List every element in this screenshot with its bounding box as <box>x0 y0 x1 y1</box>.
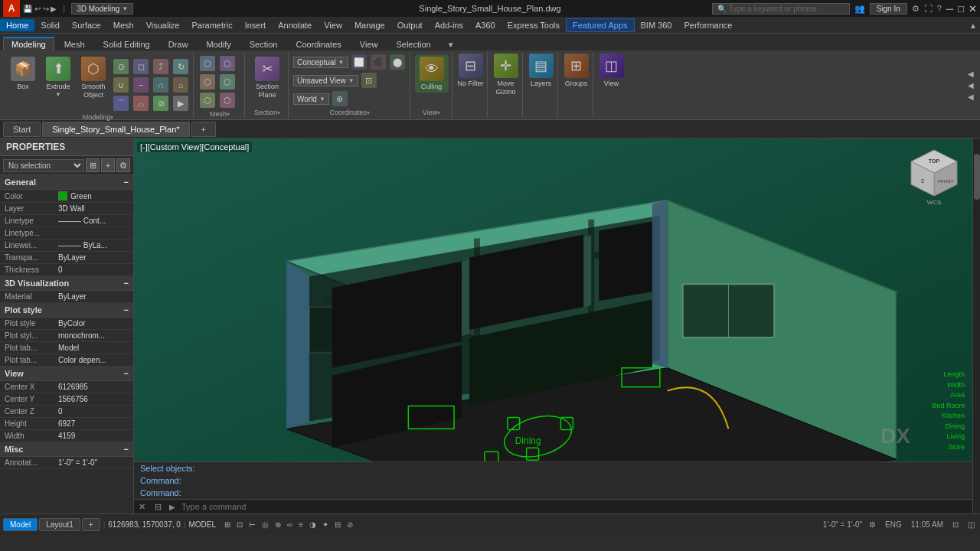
extrude-button[interactable]: ⬆ Extrude ▼ <box>41 55 75 99</box>
menu-express[interactable]: Express Tools <box>501 19 566 31</box>
add-to-select-btn[interactable]: + <box>101 158 115 172</box>
mesh-btn3[interactable]: ⬡ <box>198 73 217 90</box>
command-input[interactable] <box>178 500 972 514</box>
menu-solid[interactable]: Solid <box>34 19 65 31</box>
menu-mesh[interactable]: Mesh <box>107 19 140 31</box>
menu-home[interactable]: Home <box>0 19 34 31</box>
fillet-edge-btn[interactable]: ⌒ <box>112 95 130 112</box>
search-bar[interactable]: 🔍 Type a keyword or phrase <box>712 3 850 15</box>
solid-history-btn[interactable]: ⌂ <box>172 77 190 93</box>
scrollbar-thumb[interactable] <box>974 154 980 200</box>
smooth-object-button[interactable]: ⬡ SmoothObject <box>77 55 110 101</box>
grid-btn[interactable]: ⊞ <box>222 520 233 530</box>
tab-start[interactable]: Start <box>3 122 41 137</box>
presspull-btn[interactable]: ⊙ <box>112 58 130 75</box>
3d-viz-section-header[interactable]: 3D Visualization − <box>0 276 133 291</box>
sel-btn[interactable]: ✦ <box>320 520 331 530</box>
intersect-btn[interactable]: ∩ <box>152 77 170 93</box>
menu-featured-apps[interactable]: Featured Apps <box>566 18 635 32</box>
coordinates-group-expand[interactable]: ▾ <box>367 109 370 116</box>
view-icon1[interactable]: ⊡ <box>360 72 378 89</box>
world-dropdown[interactable]: World ▼ <box>293 93 329 105</box>
units-btn[interactable]: ENG <box>883 520 904 530</box>
union-btn[interactable]: ∪ <box>112 77 130 93</box>
snap-btn[interactable]: ⊡ <box>234 520 245 530</box>
lwt-btn[interactable]: ≡ <box>296 520 305 530</box>
visual-style-dropdown[interactable]: Conceptual ▼ <box>293 57 348 68</box>
ribbon-tab-solid-editing[interactable]: Solid Editing <box>95 37 158 51</box>
tab-add[interactable]: + <box>191 122 216 137</box>
notification-btn[interactable]: ⊡ <box>950 520 961 530</box>
ribbon-tab-section[interactable]: Section <box>241 37 286 51</box>
menu-parametric[interactable]: Parametric <box>185 19 238 31</box>
menu-view[interactable]: View <box>318 19 348 31</box>
osnap-btn[interactable]: ⊕ <box>273 520 283 530</box>
maximize-button[interactable]: □ <box>958 3 964 15</box>
minimize-button[interactable]: ─ <box>946 3 953 15</box>
menu-manage[interactable]: Manage <box>348 19 391 31</box>
color-swatch[interactable] <box>58 191 67 201</box>
sign-in-button[interactable]: Sign In <box>870 3 907 15</box>
box-button[interactable]: 📦 Box <box>6 55 40 93</box>
mesh-btn2[interactable]: ⬡ <box>218 55 237 72</box>
mesh-btn5[interactable]: ⬡ <box>198 92 217 109</box>
menu-annotate[interactable]: Annotate <box>272 19 318 31</box>
ribbon-tab-coordinates[interactable]: Coordinates <box>287 37 349 51</box>
view-group-expand[interactable]: ▾ <box>437 109 440 116</box>
ribbon-expand-btn[interactable]: ▼ <box>444 39 458 51</box>
dyn-input-btn[interactable]: ⊟ <box>332 520 343 530</box>
culling-button[interactable]: 👁 Culling <box>415 55 449 93</box>
revolve-btn[interactable]: ↻ <box>172 58 190 75</box>
menu-surface[interactable]: Surface <box>66 19 107 31</box>
misc-section-header[interactable]: Misc − <box>0 442 133 457</box>
menu-a360[interactable]: A360 <box>469 19 501 31</box>
ribbon-toggle[interactable]: ▲ <box>966 21 980 30</box>
general-section-header[interactable]: General − <box>0 175 133 190</box>
world-icon1[interactable]: ⊛ <box>331 90 349 107</box>
ribbon-tab-draw[interactable]: Draw <box>160 37 197 51</box>
add-layout-tab[interactable]: + <box>82 518 100 531</box>
menu-insert[interactable]: Insert <box>239 19 273 31</box>
otrack-btn[interactable]: ∞ <box>285 520 295 530</box>
cmd-minimize-btn[interactable]: ⊟ <box>150 500 166 514</box>
panel-expand-2[interactable]: ◀ <box>968 81 974 90</box>
mesh-group-expand[interactable]: ▾ <box>227 111 230 118</box>
slice-btn[interactable]: ⊘ <box>152 95 170 112</box>
mesh-btn6[interactable]: ⬡ <box>218 92 237 109</box>
no-filter-button[interactable]: ⊟ No Filter <box>454 52 488 118</box>
menu-bim360[interactable]: BIM 360 <box>635 19 678 31</box>
polar-btn[interactable]: ◎ <box>260 520 271 530</box>
plot-style-section-header[interactable]: Plot style − <box>0 303 133 318</box>
mesh-btn4[interactable]: ⬡ <box>218 73 237 90</box>
cmd-close-btn[interactable]: ✕ <box>134 500 150 514</box>
menu-visualize[interactable]: Visualize <box>140 19 186 31</box>
workspace-btn[interactable]: ⚙ <box>867 520 878 530</box>
ribbon-tab-view[interactable]: View <box>351 37 387 51</box>
workspace-selector[interactable]: 3D Modeling ▼ <box>71 3 133 15</box>
ribbon-tab-mesh[interactable]: Mesh <box>56 37 93 51</box>
panel-expand-3[interactable]: ◀ <box>968 93 974 101</box>
move-gizmo-button[interactable]: ✛ MoveGizmo <box>489 52 523 118</box>
subtract-btn[interactable]: − <box>132 77 150 93</box>
quick-props-btn[interactable]: ⊘ <box>345 520 355 530</box>
menu-output[interactable]: Output <box>391 19 429 31</box>
view-dropdown[interactable]: Unsaved View ▼ <box>293 75 358 86</box>
menu-addins[interactable]: Add-ins <box>429 19 469 31</box>
extrude-dropdown[interactable]: ▼ <box>55 91 61 98</box>
close-button[interactable]: ✕ <box>969 3 977 15</box>
section-group-expand[interactable]: ▾ <box>277 109 280 116</box>
ribbon-tab-modeling[interactable]: Modeling <box>3 37 54 51</box>
view-section-header[interactable]: View − <box>0 367 133 381</box>
visual-icon2[interactable]: ⬛ <box>369 54 387 70</box>
chamfer-edge-btn[interactable]: ⌓ <box>132 95 150 112</box>
loft-btn[interactable]: ◻ <box>132 58 150 75</box>
mesh-btn1[interactable]: ⬡ <box>198 55 217 72</box>
selection-dropdown[interactable]: No selection <box>3 159 84 172</box>
section-plane-button[interactable]: ✂ SectionPlane <box>250 55 284 101</box>
quick-select-btn[interactable]: ⊞ <box>86 158 100 172</box>
nav-cube[interactable]: TOP FRONT S WCS <box>903 146 965 207</box>
model-tab[interactable]: Model <box>3 518 38 531</box>
layers-button[interactable]: ▤ Layers <box>524 52 558 118</box>
groups-button[interactable]: ⊞ Groups <box>560 52 593 118</box>
more-btn[interactable]: ▶ <box>172 95 190 112</box>
